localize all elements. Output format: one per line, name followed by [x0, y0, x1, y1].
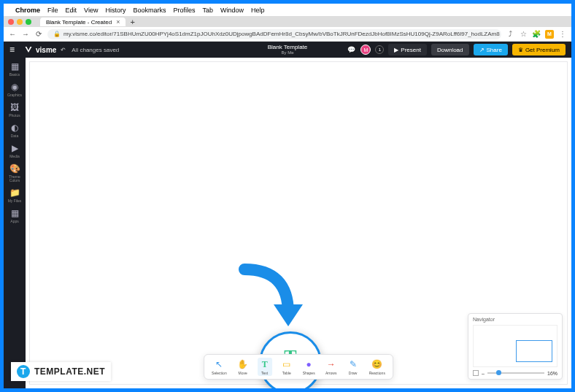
lock-icon: 🔒 — [53, 31, 61, 37]
share-button[interactable]: ↗ Share — [474, 44, 508, 55]
mac-menubar: Chrome File Edit View History Bookmarks … — [4, 4, 571, 17]
shapes-icon: ● — [303, 358, 314, 370]
sidebar-photos[interactable]: 🖼Photos — [4, 101, 25, 118]
visme-app: ≡ visme ↶ All changes saved Blank Templa… — [4, 42, 571, 388]
navigator-viewport[interactable] — [473, 325, 557, 367]
chrome-tabstrip: Blank Template - Created × + — [4, 17, 571, 27]
menu-view[interactable]: View — [84, 7, 98, 14]
reactions-icon: 😊 — [371, 358, 383, 370]
get-premium-button[interactable]: ♛ Get Premium — [512, 44, 566, 55]
back-button[interactable]: ← — [8, 30, 17, 38]
text-icon: T — [259, 358, 271, 370]
close-tab-icon[interactable]: × — [116, 18, 120, 26]
palette-icon: 🎨 — [9, 163, 20, 174]
user-avatar[interactable]: M — [360, 45, 371, 55]
tool-draw[interactable]: ✎Draw — [346, 358, 360, 376]
table-icon: ▭ — [281, 358, 293, 370]
url-text: my.visme.co/editor/71SBHUmZU00HPYj4oS1dm… — [63, 31, 500, 37]
profile-avatar[interactable]: M — [545, 30, 554, 39]
tool-reactions[interactable]: 😊Reactions — [368, 358, 387, 376]
tool-move[interactable]: ✋Move — [236, 358, 250, 376]
navigator-viewbox[interactable] — [516, 340, 552, 362]
tool-arrows[interactable]: →Arrows — [324, 358, 339, 376]
tab-title: Blank Template - Created — [46, 19, 112, 26]
draw-icon: ✎ — [347, 358, 359, 370]
comments-icon[interactable]: 💬 — [346, 45, 356, 55]
tool-table[interactable]: ▭Table — [279, 358, 294, 376]
basics-icon: ▦ — [9, 61, 20, 72]
document-title[interactable]: Blank Template By Me — [268, 45, 308, 55]
new-tab-button[interactable]: + — [130, 18, 134, 26]
minimize-window-icon[interactable] — [17, 19, 23, 25]
sidebar-my-files[interactable]: 📁My Files — [4, 187, 25, 203]
sidebar-data[interactable]: ◐Data — [4, 122, 25, 138]
maximize-window-icon[interactable] — [26, 19, 31, 25]
browser-tab[interactable]: Blank Template - Created × — [40, 18, 126, 26]
sidebar-basics[interactable]: ▦Basics — [4, 61, 25, 77]
files-icon: 📁 — [9, 187, 20, 199]
zoom-control: – 16% — [473, 370, 557, 376]
sidebar-media[interactable]: ▶Media — [4, 142, 25, 158]
data-icon: ◐ — [9, 122, 20, 134]
zoom-value: 16% — [547, 371, 557, 376]
download-button[interactable]: Download — [431, 44, 469, 55]
arrows-icon: → — [325, 358, 337, 370]
sidebar-apps[interactable]: ▦Apps — [4, 207, 25, 223]
fullscreen-icon[interactable] — [473, 370, 479, 376]
undo-icon[interactable]: ↶ — [61, 47, 66, 53]
reload-button[interactable]: ⟳ — [34, 30, 43, 38]
canvas-area[interactable]: T Text ↖Selection ✋Move TText ▭Table ●Sh… — [26, 58, 571, 388]
menu-edit[interactable]: Edit — [66, 7, 77, 14]
menu-history[interactable]: History — [105, 7, 126, 14]
graphics-icon: ◉ — [9, 81, 20, 93]
menu-help[interactable]: Help — [251, 7, 265, 14]
move-icon: ✋ — [237, 358, 249, 370]
tool-text[interactable]: TText — [258, 358, 272, 376]
bookmark-icon[interactable]: ☆ — [519, 30, 528, 39]
share-icon[interactable]: ⤴ — [506, 30, 514, 39]
template-net-logo-icon: T — [17, 365, 30, 378]
tool-shapes[interactable]: ●Shapes — [301, 358, 317, 376]
menu-app[interactable]: Chrome — [15, 7, 40, 14]
visme-logo[interactable]: visme — [24, 45, 56, 54]
notification-badge[interactable]: 1 — [375, 45, 384, 54]
zoom-out-icon[interactable]: – — [482, 371, 485, 376]
chrome-menu-icon[interactable]: ⋮ — [558, 30, 567, 39]
save-status: All changes saved — [72, 47, 119, 53]
zoom-slider[interactable] — [487, 372, 544, 374]
left-sidebar: ▦Basics ◉Graphics 🖼Photos ◐Data ▶Media 🎨… — [4, 58, 26, 388]
extensions-icon[interactable]: 🧩 — [532, 30, 541, 39]
app-header: ≡ visme ↶ All changes saved Blank Templa… — [4, 42, 571, 58]
zoom-thumb[interactable] — [496, 370, 501, 375]
photos-icon: 🖼 — [9, 101, 20, 113]
hamburger-icon[interactable]: ≡ — [9, 45, 20, 55]
navigator-panel: Navigator – 16% — [468, 313, 563, 380]
window-controls[interactable] — [8, 19, 31, 25]
sidebar-graphics[interactable]: ◉Graphics — [4, 81, 25, 97]
present-button[interactable]: ▶ Present — [388, 44, 427, 55]
menu-tab[interactable]: Tab — [202, 7, 213, 14]
menu-profiles[interactable]: Profiles — [173, 7, 195, 14]
template-net-watermark: T TEMPLATE.NET — [11, 362, 111, 381]
address-bar[interactable]: 🔒 my.visme.co/editor/71SBHUmZU00HPYj4oS1… — [47, 29, 501, 39]
media-icon: ▶ — [9, 142, 20, 154]
selection-icon: ↖ — [213, 358, 225, 370]
menu-bookmarks[interactable]: Bookmarks — [133, 7, 166, 14]
menu-window[interactable]: Window — [220, 7, 244, 14]
menu-file[interactable]: File — [47, 7, 58, 14]
navigator-title: Navigator — [473, 317, 557, 322]
bottom-toolbar: ↖Selection ✋Move TText ▭Table ●Shapes →A… — [204, 354, 393, 380]
chrome-toolbar: ← → ⟳ 🔒 my.visme.co/editor/71SBHUmZU00HP… — [4, 27, 571, 42]
tool-selection[interactable]: ↖Selection — [210, 358, 228, 376]
template-net-label: TEMPLATE.NET — [34, 366, 105, 377]
sidebar-theme-colors[interactable]: 🎨Theme Colors — [4, 163, 25, 182]
forward-button[interactable]: → — [21, 30, 30, 38]
close-window-icon[interactable] — [8, 19, 14, 25]
apps-icon: ▦ — [9, 207, 20, 219]
